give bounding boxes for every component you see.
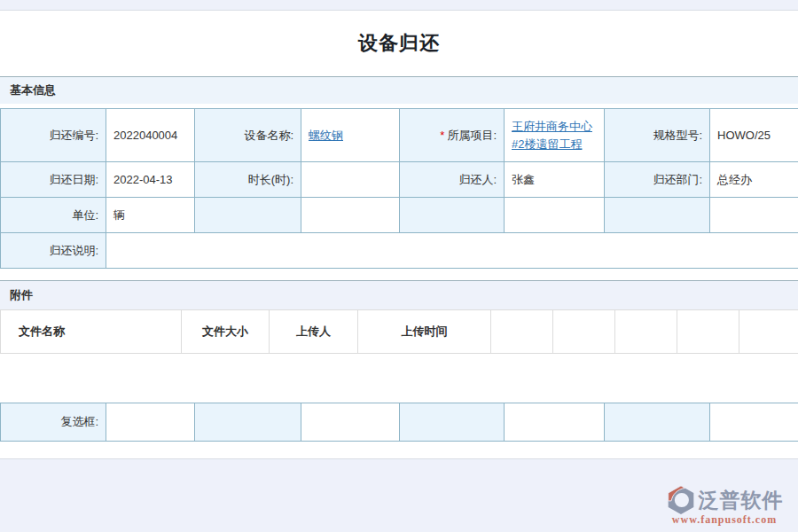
checkbox-row-table: 复选框: [0,403,798,442]
empty-value-cell [301,198,400,233]
empty-label-cell [195,403,301,442]
empty-label-cell [605,403,710,442]
empty-value-cell [505,403,605,442]
project-link-line2[interactable]: #2楼遗留工程 [512,137,582,151]
empty-label-cell [605,198,710,233]
section-header-basic-info: 基本信息 [0,76,798,104]
column-header-upload-time: 上传时间 [358,310,491,354]
basic-info-table: 归还编号: 2022040004 设备名称: 螺纹钢 *所属项目: 王府井商务中… [0,108,798,269]
field-value-device-name: 螺纹钢 [301,109,400,162]
project-label-text: 所属项目: [447,129,497,142]
footer: 泛普软件 www.fanpusoft.com [0,458,798,532]
field-value-unit: 辆 [106,198,195,233]
attachments-header-row: 文件名称 文件大小 上传人 上传时间 [1,310,798,354]
empty-label-cell [195,198,301,233]
empty-header-cell [491,310,553,354]
empty-header-cell [553,310,615,354]
empty-label-cell [400,403,505,442]
empty-value-cell [710,403,798,442]
page-title: 设备归还 [358,30,440,57]
table-row: 归还说明: [1,233,798,269]
brand-logo: 泛普软件 www.fanpusoft.com [658,485,791,527]
empty-header-cell [739,310,798,354]
field-value-return-date: 2022-04-13 [106,162,195,198]
field-value-return-no: 2022040004 [106,109,195,162]
field-label-model: 规格型号: [605,109,710,162]
section-header-attachments: 附件 [0,280,798,309]
table-row: 单位: 辆 [1,198,798,233]
field-label-project: *所属项目: [400,109,505,162]
project-link-line1[interactable]: 王府井商务中心 [512,120,592,133]
empty-value-cell [301,403,400,442]
column-header-uploader: 上传人 [270,310,358,354]
field-label-duration: 时长(时): [195,162,301,198]
table-row: 复选框: [1,403,798,442]
section-header-attachments-label: 附件 [10,287,33,303]
field-label-remark: 归还说明: [1,233,106,269]
required-asterisk: * [440,129,444,142]
spacer [0,442,798,458]
field-value-duration [301,162,400,198]
top-strip [0,0,798,11]
field-value-model: HOWO/25 [710,109,798,162]
title-area: 设备归还 [0,11,798,76]
brand-website: www.fanpusoft.com [658,513,791,527]
empty-header-cell [677,310,739,354]
field-label-return-date: 归还日期: [1,162,106,198]
table-row: 归还日期: 2022-04-13 时长(时): 归还人: 张鑫 归还部门: 总经… [1,162,798,198]
column-header-file-size: 文件大小 [182,310,270,354]
column-header-file-name: 文件名称 [1,310,182,354]
field-value-dept: 总经办 [710,162,798,198]
empty-label-cell [400,198,505,233]
table-row: 归还编号: 2022040004 设备名称: 螺纹钢 *所属项目: 王府井商务中… [1,109,798,162]
field-label-device-name: 设备名称: [195,109,301,162]
section-header-basic-info-label: 基本信息 [10,82,56,98]
field-value-project: 王府井商务中心 #2楼遗留工程 [505,109,605,162]
empty-header-cell [615,310,677,354]
spacer [0,354,798,403]
empty-value-cell [710,198,798,233]
field-value-checkbox [106,403,195,442]
field-label-dept: 归还部门: [605,162,710,198]
field-value-returner: 张鑫 [505,162,605,198]
field-label-checkbox: 复选框: [1,403,106,442]
fanpu-logo-icon [666,485,696,515]
field-label-returner: 归还人: [400,162,505,198]
field-label-unit: 单位: [1,198,106,233]
field-value-remark [106,233,798,269]
brand-name: 泛普软件 [699,487,784,514]
field-label-return-no: 归还编号: [1,109,106,162]
attachments-table: 文件名称 文件大小 上传人 上传时间 [0,309,798,354]
device-name-link[interactable]: 螺纹钢 [309,129,343,142]
empty-value-cell [505,198,605,233]
